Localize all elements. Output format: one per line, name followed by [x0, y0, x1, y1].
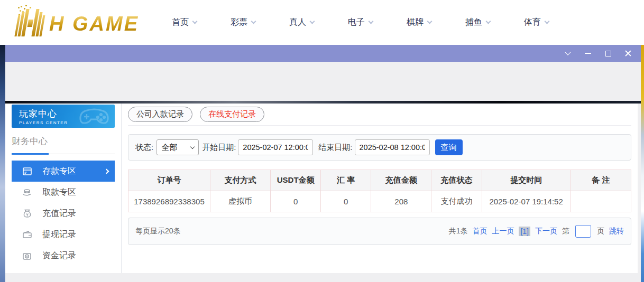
- col-usdt-amount: USDT金额: [271, 170, 321, 191]
- sidebar-header: 玩家中心 PLAYERS CENTER: [12, 105, 115, 128]
- status-select[interactable]: 全部: [157, 139, 199, 155]
- col-remark: 备 注: [571, 170, 631, 191]
- sidebar-item-label: 取款专区: [42, 187, 76, 198]
- coin-purse-icon: [22, 251, 32, 260]
- col-exchange-rate: 汇 率: [321, 170, 371, 191]
- nav-label: 彩票: [231, 17, 247, 28]
- window-collapse-button[interactable]: [564, 49, 572, 58]
- cell-payment-method: 虚拟币: [210, 191, 271, 212]
- sidebar-item-label: 存款专区: [42, 166, 76, 177]
- pagination-bar: 每页显示20条 共1条 首页 上一页 [1] 下一页 第 页 跳转: [128, 218, 631, 245]
- window-maximize-button[interactable]: [604, 49, 612, 58]
- top-navbar: H GAME 首页 彩票 真人 电子 棋牌 捕鱼 体育: [0, 0, 644, 45]
- filter-bar: 状态: 全部 开始日期: 结束日期: 查询: [128, 134, 631, 161]
- cell-remark: [571, 191, 631, 212]
- sidebar-item-funds-records[interactable]: 资金记录: [12, 245, 115, 266]
- cell-recharge-status: 支付成功: [431, 191, 482, 212]
- sidebar-section-title: 财务中心: [12, 135, 115, 154]
- nav-label: 捕鱼: [465, 17, 482, 28]
- sidebar-item-recharge-records[interactable]: 充值记录: [12, 203, 115, 224]
- pagination-controls: 共1条 首页 上一页 [1] 下一页 第 页 跳转: [449, 225, 624, 238]
- wallet-icon: [22, 230, 32, 239]
- nav-label: 棋牌: [407, 17, 424, 28]
- table-row: 1738926892338305 虚拟币 0 0 208 支付成功 2025-0…: [128, 191, 631, 212]
- start-date-input[interactable]: [238, 139, 313, 155]
- main-nav: 首页 彩票 真人 电子 棋牌 捕鱼 体育: [172, 17, 549, 28]
- sidebar-item-withdraw-zone[interactable]: 取款专区: [12, 182, 115, 203]
- nav-item-home[interactable]: 首页: [172, 17, 197, 28]
- nav-item-lottery[interactable]: 彩票: [231, 17, 255, 28]
- cell-submit-time: 2025-02-07 19:14:52: [482, 191, 571, 212]
- cell-order-number: 1738926892338305: [128, 191, 210, 212]
- maximize-icon: [605, 51, 611, 57]
- start-date-label: 开始日期:: [202, 143, 236, 153]
- next-page-link[interactable]: 下一页: [535, 227, 557, 236]
- nav-label: 体育: [524, 17, 541, 28]
- sidebar-item-deposit-zone[interactable]: 存款专区: [12, 161, 115, 182]
- record-tabs: 公司入款记录 在线支付记录: [128, 104, 631, 126]
- col-recharge-amount: 充值金额: [371, 170, 431, 191]
- table-header-row: 订单号 支付方式 USDT金额 汇 率 充值金额 充值状态 提交时间 备 注: [128, 170, 631, 191]
- tab-company-deposit-records[interactable]: 公司入款记录: [128, 107, 192, 122]
- chevron-down-icon: [192, 19, 198, 24]
- page-jump-input[interactable]: [575, 225, 591, 238]
- nav-label: 首页: [172, 17, 189, 28]
- nav-label: 真人: [289, 17, 306, 28]
- col-order-number: 订单号: [128, 170, 210, 191]
- prev-page-link[interactable]: 上一页: [492, 227, 514, 236]
- logo-confetti-dots: [18, 7, 20, 8]
- window-minimize-button[interactable]: [584, 49, 592, 58]
- sidebar: 玩家中心 PLAYERS CENTER 财务中心: [5, 104, 122, 273]
- page-background-right-strip: [641, 45, 644, 282]
- per-page-text: 每页显示20条: [135, 227, 181, 236]
- player-center-window: 玩家中心 PLAYERS CENTER 财务中心: [5, 45, 641, 282]
- gamepad-icon: [78, 107, 111, 126]
- status-select-value: 全部: [161, 143, 177, 153]
- close-icon: [625, 50, 631, 57]
- minimize-icon: [585, 53, 591, 54]
- brand-logo[interactable]: H GAME: [17, 9, 139, 36]
- content-area: 公司入款记录 在线支付记录 状态: 全部 开始日期: 结束日期: 查询: [122, 104, 638, 273]
- tab-online-payment-records[interactable]: 在线支付记录: [200, 107, 264, 122]
- jump-prefix-text: 第: [562, 227, 569, 236]
- money-bag-icon: [22, 209, 32, 218]
- sidebar-item-withdrawal-records[interactable]: 提现记录: [12, 224, 115, 245]
- first-page-link[interactable]: 首页: [472, 227, 487, 236]
- cell-recharge-amount: 208: [371, 191, 431, 212]
- nav-item-live[interactable]: 真人: [289, 17, 314, 28]
- chevron-down-icon: [369, 19, 374, 24]
- nav-item-chess[interactable]: 棋牌: [407, 17, 431, 28]
- sidebar-item-label: 充值记录: [42, 208, 76, 219]
- chevron-down-icon: [545, 19, 550, 24]
- cell-exchange-rate: 0: [321, 191, 371, 212]
- window-close-button[interactable]: [624, 49, 632, 58]
- nav-item-slots[interactable]: 电子: [348, 17, 373, 28]
- sidebar-menu: 存款专区 取款专区 充值记录: [12, 161, 115, 266]
- col-recharge-status: 充值状态: [431, 170, 482, 191]
- nav-label: 电子: [348, 17, 365, 28]
- status-label: 状态:: [135, 143, 153, 153]
- jump-suffix-text: 页: [597, 227, 604, 236]
- logo-mark: [14, 9, 46, 36]
- chevron-down-icon: [251, 19, 256, 24]
- records-table: 订单号 支付方式 USDT金额 汇 率 充值金额 充值状态 提交时间 备 注 1: [128, 170, 631, 212]
- nav-item-sports[interactable]: 体育: [524, 17, 549, 28]
- hand-money-icon: [22, 187, 32, 197]
- main-panel: 玩家中心 PLAYERS CENTER 财务中心: [5, 104, 638, 273]
- col-submit-time: 提交时间: [482, 170, 571, 191]
- page-background-left-strip: [0, 45, 5, 282]
- chevron-down-icon: [190, 144, 195, 148]
- nav-item-fishing[interactable]: 捕鱼: [465, 17, 490, 28]
- jump-action-link[interactable]: 跳转: [609, 227, 624, 236]
- logo-text: H GAME: [49, 11, 139, 36]
- chevron-down-icon: [565, 49, 571, 55]
- cell-usdt-amount: 0: [271, 191, 321, 212]
- end-date-input[interactable]: [355, 139, 430, 155]
- col-payment-method: 支付方式: [210, 170, 271, 191]
- query-button[interactable]: 查询: [435, 139, 463, 155]
- chevron-down-icon: [486, 19, 491, 24]
- window-titlebar: [5, 45, 641, 62]
- end-date-label: 结束日期:: [318, 143, 352, 153]
- current-page-indicator: [1]: [519, 227, 530, 236]
- chevron-down-icon: [427, 19, 433, 24]
